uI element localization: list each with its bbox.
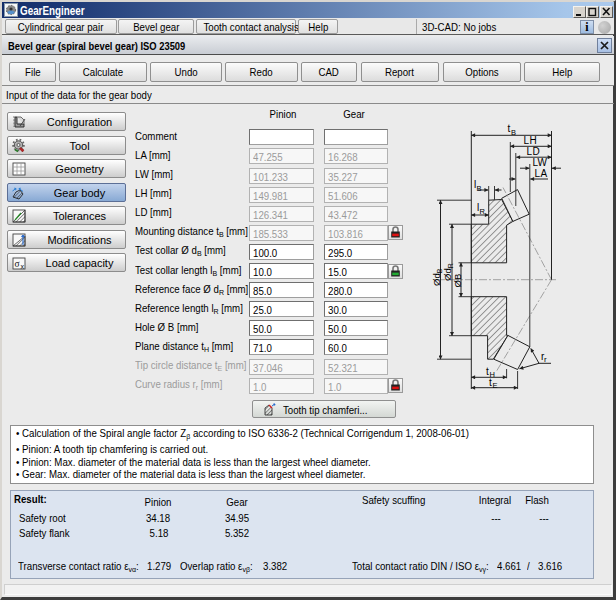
svg-text:σ: σ [15,259,20,269]
svg-text:LA: LA [535,168,548,179]
svg-text:r: r [544,355,547,364]
svg-text:LH: LH [524,135,538,146]
svg-text:ØdB: ØdB [431,268,443,286]
svg-text:E: E [493,381,498,390]
svg-text:LW: LW [533,157,548,168]
svg-text:ØB: ØB [452,274,463,288]
svg-text:LD: LD [527,146,541,157]
svg-text:x: x [21,263,25,270]
svg-text:R: R [480,207,486,216]
svg-text:B: B [477,184,482,193]
svg-text:B: B [511,128,516,137]
